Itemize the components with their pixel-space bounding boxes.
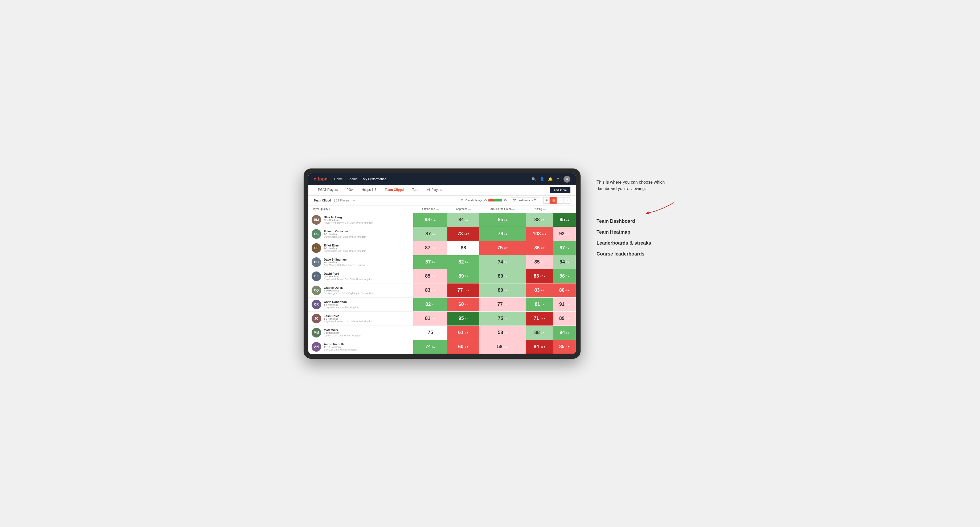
nav-link-home[interactable]: Home bbox=[334, 177, 343, 181]
metric-inner: 84 6▲ bbox=[447, 213, 479, 227]
metric-value: 71 bbox=[534, 316, 539, 321]
player-info: Edward Crossman 1-5 Handicap Sunningdale… bbox=[324, 230, 366, 238]
metric-change: 4▲ bbox=[465, 261, 468, 264]
metric-value: 83 bbox=[425, 287, 430, 293]
player-club: Sunningdale Golf Club, United Kingdom bbox=[324, 250, 366, 252]
player-info: Josh Coles 1-5 Handicap Royal North Devo… bbox=[324, 314, 373, 323]
player-info: David Ford Plus Handicap Royal North Dev… bbox=[324, 272, 373, 281]
metric-inner: 85 -3▼ bbox=[526, 255, 553, 269]
header-off-tee: Off the Tee — bbox=[413, 205, 448, 213]
view-toggle-table[interactable]: ▦ bbox=[550, 197, 557, 204]
metric-value: 88 bbox=[461, 245, 466, 251]
table-row[interactable]: EE Elliot Ebert 1-5 Handicap Sunningdale… bbox=[309, 241, 576, 255]
metric-value: 77 bbox=[458, 287, 463, 293]
metric-inner: 87 1▲ bbox=[413, 227, 448, 241]
tab-hcaps[interactable]: Hcaps 1-5 bbox=[357, 185, 380, 195]
metric-change: 4▲ bbox=[432, 261, 435, 264]
player-cell-5: CQ Charlie Quick 6-10 Handicap St. Georg… bbox=[309, 283, 413, 297]
bell-icon[interactable]: 🔔 bbox=[548, 177, 552, 181]
search-icon[interactable]: 🔍 bbox=[531, 177, 536, 181]
table-row[interactable]: JC Josh Coles 1-5 Handicap Royal North D… bbox=[309, 311, 576, 325]
metric-inner: 80 1▲ bbox=[479, 284, 526, 297]
player-club: Drift Golf Club, United Kingdom bbox=[324, 348, 357, 351]
metric-value: 82 bbox=[458, 259, 464, 265]
metric-value: 81 bbox=[425, 316, 430, 321]
tab-all-players[interactable]: All Players bbox=[423, 185, 446, 195]
metric-value: 89 bbox=[559, 316, 565, 321]
table-row[interactable]: MM Matt Miller 6-10 Handicap Woburn Golf… bbox=[309, 325, 576, 340]
player-handicap: 11-15 Handicap bbox=[324, 346, 357, 348]
avatar[interactable]: U bbox=[563, 176, 570, 183]
table-container: Player Quality ↓ Off the Tee — Approach … bbox=[309, 205, 576, 354]
table-row[interactable]: CR Chris Robertson 1-5 Handicap Craigmil… bbox=[309, 297, 576, 311]
view-toggle-list[interactable]: ≡ bbox=[557, 197, 563, 204]
metric-change: -3▼ bbox=[431, 289, 436, 292]
metric-change: -8▼ bbox=[565, 289, 570, 292]
table-row[interactable]: AN Aaron Nicholls 11-15 Handicap Drift G… bbox=[309, 340, 576, 354]
table-row[interactable]: DB Dave Billingham 1-5 Handicap Gog Mago… bbox=[309, 255, 576, 269]
tablet-screen: clippd Home Teams My Performance 🔍 👤 🔔 ⚙… bbox=[309, 173, 576, 354]
metric-change: 3▲ bbox=[504, 275, 508, 278]
tab-tour[interactable]: Tour bbox=[408, 185, 423, 195]
add-team-button[interactable]: Add Team bbox=[550, 187, 570, 193]
table-row[interactable]: BM Blair McHarg Plus Handicap Royal Nort… bbox=[309, 213, 576, 227]
metric-change: 5▲ bbox=[566, 247, 570, 249]
annotation-panel: This is where you can choose which dashb… bbox=[597, 168, 676, 257]
metric-putting-0: 95 9▲ bbox=[554, 213, 576, 227]
view-toggle-download[interactable]: ↓ bbox=[564, 197, 570, 204]
metric-change: -3▼ bbox=[431, 247, 436, 249]
profile-icon[interactable]: 👤 bbox=[540, 177, 544, 181]
metric-inner: 94 1▲ bbox=[554, 255, 576, 269]
player-club: Royal North Devon Golf Club, United King… bbox=[324, 221, 373, 224]
player-avatar: JC bbox=[312, 314, 321, 323]
metric-value: 87 bbox=[426, 231, 431, 237]
metric-putting-1: 92 -3▼ bbox=[554, 227, 576, 241]
metric-off_tee-2: 88 bbox=[447, 241, 479, 255]
metric-value: 85 bbox=[498, 217, 503, 222]
metric-around_green-9: 84 -21▼ bbox=[526, 340, 553, 354]
nav-link-myperformance[interactable]: My Performance bbox=[363, 177, 386, 181]
table-row[interactable]: CQ Charlie Quick 6-10 Handicap St. Georg… bbox=[309, 283, 576, 297]
metric-inner: 85 -3▼ bbox=[413, 269, 448, 283]
round-change: 20 Round Change -5 +5 bbox=[461, 199, 507, 202]
metric-change: 3▲ bbox=[566, 275, 570, 278]
edit-icon[interactable]: ✏ bbox=[353, 198, 355, 202]
player-info: Matt Miller 6-10 Handicap Woburn Golf Cl… bbox=[324, 329, 361, 337]
player-name: Dave Billingham bbox=[324, 258, 365, 261]
metric-value: 80 bbox=[498, 273, 503, 279]
tab-team-clippd[interactable]: Team Clippd bbox=[380, 185, 408, 195]
settings-icon[interactable]: ⚙ bbox=[556, 177, 560, 181]
metric-change: -3▼ bbox=[464, 332, 469, 334]
last-rounds-button[interactable]: 📅 Last Rounds: 20 bbox=[510, 197, 540, 203]
player-handicap: 6-10 Handicap bbox=[324, 289, 375, 292]
metric-change: -2▼ bbox=[565, 317, 570, 320]
player-club: Craigmillar Park, United Kingdom bbox=[324, 306, 359, 309]
metric-inner: 61 -3▼ bbox=[447, 326, 479, 340]
player-avatar: CR bbox=[312, 300, 321, 309]
table-row[interactable]: EC Edward Crossman 1-5 Handicap Sunningd… bbox=[309, 227, 576, 241]
tab-pgat[interactable]: PGAT Players bbox=[314, 185, 342, 195]
player-avatar: EE bbox=[312, 243, 321, 253]
metric-value: 75 bbox=[498, 245, 503, 251]
tablet: clippd Home Teams My Performance 🔍 👤 🔔 ⚙… bbox=[304, 168, 581, 359]
player-info: Aaron Nicholls 11-15 Handicap Drift Golf… bbox=[324, 343, 357, 351]
metric-around_green-5: 83 -6▼ bbox=[526, 283, 553, 297]
nav-link-teams[interactable]: Teams bbox=[348, 177, 357, 181]
nav-icons: 🔍 👤 🔔 ⚙ U bbox=[531, 176, 570, 183]
metric-change: 6▲ bbox=[465, 219, 468, 221]
calendar-icon: 📅 bbox=[513, 199, 516, 202]
metric-value: 97 bbox=[560, 245, 565, 251]
player-avatar: EC bbox=[312, 229, 321, 239]
metric-change: 7▲ bbox=[465, 275, 468, 278]
table-row[interactable]: DF David Ford Plus Handicap Royal North … bbox=[309, 269, 576, 283]
arrow-svg bbox=[644, 200, 676, 216]
metric-quality-6: 82 3▲ bbox=[413, 297, 448, 311]
player-club: Royal North Devon Golf Club, United King… bbox=[324, 278, 373, 281]
metric-approach-5: 80 1▲ bbox=[479, 283, 526, 297]
metric-value: 96 bbox=[560, 273, 565, 279]
view-toggle-grid[interactable]: ⊞ bbox=[543, 197, 550, 204]
tab-pga[interactable]: PGA bbox=[342, 185, 357, 195]
metric-value: 103 bbox=[533, 231, 541, 237]
metric-inner: 97 5▲ bbox=[554, 241, 576, 255]
player-club: Royal North Devon Golf Club, United King… bbox=[324, 320, 373, 323]
